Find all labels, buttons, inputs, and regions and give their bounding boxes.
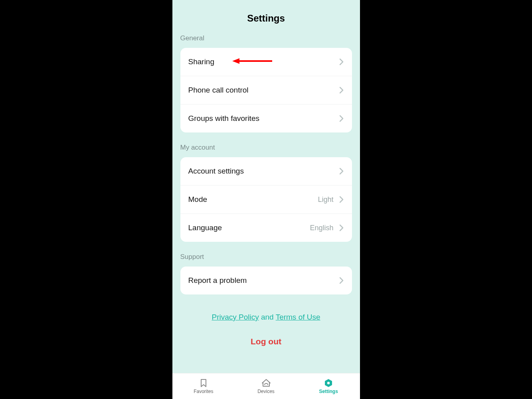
section-header-my-account: My account <box>172 144 360 157</box>
row-label: Sharing <box>188 57 339 66</box>
row-value: Light <box>318 196 333 204</box>
row-report-problem[interactable]: Report a problem <box>180 267 352 294</box>
general-card: Sharing Phone call control Group <box>180 48 352 132</box>
tab-settings[interactable]: Settings <box>297 373 360 399</box>
scroll-content[interactable]: Settings General Sharing Phone call cont… <box>172 0 360 399</box>
footer-and: and <box>259 313 276 321</box>
chevron-right-icon <box>339 58 344 65</box>
home-icon <box>261 378 271 388</box>
chevron-right-icon <box>339 87 344 94</box>
page-title: Settings <box>172 0 360 34</box>
row-value: English <box>310 224 333 232</box>
chevron-right-icon <box>339 277 344 284</box>
row-sharing[interactable]: Sharing <box>180 48 352 76</box>
row-label: Language <box>188 223 310 232</box>
support-card: Report a problem <box>180 267 352 294</box>
my-account-card: Account settings Mode Light Language Eng… <box>180 157 352 242</box>
section-header-general: General <box>172 34 360 48</box>
row-label: Groups with favorites <box>188 114 339 123</box>
tab-label: Devices <box>257 389 275 394</box>
chevron-right-icon <box>339 224 344 231</box>
tab-devices[interactable]: Devices <box>235 373 297 399</box>
row-account-settings[interactable]: Account settings <box>180 157 352 186</box>
settings-icon <box>323 378 334 388</box>
tab-favorites[interactable]: Favorites <box>172 373 235 399</box>
row-label: Report a problem <box>188 276 339 285</box>
row-label: Mode <box>188 195 318 204</box>
svg-point-3 <box>327 382 330 384</box>
terms-of-use-link[interactable]: Terms of Use <box>276 313 320 321</box>
row-phone-call-control[interactable]: Phone call control <box>180 76 352 105</box>
footer-links: Privacy Policy and Terms of Use <box>172 306 360 322</box>
chevron-right-icon <box>339 196 344 203</box>
privacy-policy-link[interactable]: Privacy Policy <box>212 313 259 321</box>
tab-bar: Favorites Devices Settings <box>172 373 360 399</box>
bookmark-icon <box>199 378 208 388</box>
logout-button[interactable]: Log out <box>172 322 360 346</box>
row-groups-with-favorites[interactable]: Groups with favorites <box>180 105 352 132</box>
tab-label: Favorites <box>194 389 213 394</box>
row-language[interactable]: Language English <box>180 214 352 242</box>
chevron-right-icon <box>339 115 344 122</box>
section-header-support: Support <box>172 253 360 267</box>
row-label: Phone call control <box>188 86 339 95</box>
settings-screen: Settings General Sharing Phone call cont… <box>172 0 360 399</box>
row-mode[interactable]: Mode Light <box>180 186 352 214</box>
chevron-right-icon <box>339 168 344 175</box>
tab-label: Settings <box>319 389 338 394</box>
row-label: Account settings <box>188 167 339 176</box>
